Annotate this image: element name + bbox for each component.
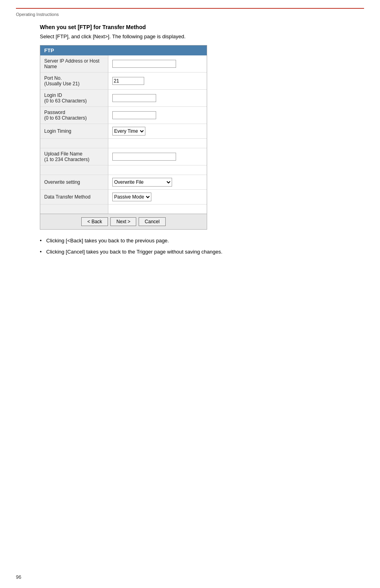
ftp-footer: < Back Next > Cancel [40, 214, 207, 229]
spacer-label-3 [40, 205, 108, 214]
breadcrumb: Operating Instructions [16, 12, 364, 17]
spacer-value-2 [108, 165, 207, 175]
field-label-port: Port No.(Usually Use 21) [40, 73, 108, 90]
field-value-login-timing: Every Time Once [108, 124, 207, 139]
transfer-method-select[interactable]: Passive Mode Active Mode [112, 193, 151, 201]
spacer-row-3 [40, 205, 207, 214]
spacer-label [40, 139, 108, 148]
section-title: When you set [FTP] for Transfer Method [40, 24, 340, 30]
table-row: Port No.(Usually Use 21) [40, 73, 207, 90]
table-row: Overwrite setting Overwrite File Do Not … [40, 175, 207, 190]
spacer-row [40, 139, 207, 148]
field-value-overwrite: Overwrite File Do Not Overwrite [108, 175, 207, 190]
password-input[interactable] [112, 111, 156, 119]
list-item: Clicking [<Back] takes you back to the p… [40, 237, 340, 245]
spacer-label-2 [40, 165, 108, 175]
login-id-input[interactable] [112, 94, 156, 102]
field-value-login-id [108, 90, 207, 107]
table-row: Login Timing Every Time Once [40, 124, 207, 139]
spacer-row-2 [40, 165, 207, 175]
list-item: Clicking [Cancel] takes you back to the … [40, 248, 340, 256]
back-button[interactable]: < Back [81, 217, 108, 226]
field-label-upload-name: Upload File Name(1 to 234 Characters) [40, 148, 108, 165]
field-label-server: Server IP Address or HostName [40, 55, 108, 73]
field-value-transfer-method: Passive Mode Active Mode [108, 190, 207, 205]
field-value-upload-name [108, 148, 207, 165]
table-row: Login ID(0 to 63 Characters) [40, 90, 207, 107]
field-label-login-timing: Login Timing [40, 124, 108, 139]
bullet-list: Clicking [<Back] takes you back to the p… [40, 237, 340, 256]
upload-filename-input[interactable] [112, 153, 176, 161]
field-value-server [108, 55, 207, 73]
table-row: Server IP Address or HostName [40, 55, 207, 73]
field-label-password: Password(0 to 63 Characters) [40, 107, 108, 124]
cancel-button[interactable]: Cancel [139, 217, 165, 226]
server-ip-input[interactable] [112, 60, 176, 68]
ftp-form-table: Server IP Address or HostName Port No.(U… [40, 55, 207, 214]
overwrite-select[interactable]: Overwrite File Do Not Overwrite [112, 178, 172, 187]
table-row: Password(0 to 63 Characters) [40, 107, 207, 124]
table-row: Data Transfer Method Passive Mode Active… [40, 190, 207, 205]
ftp-panel-header: FTP [40, 45, 207, 55]
page-number: 96 [16, 574, 21, 580]
field-value-port [108, 73, 207, 90]
next-button[interactable]: Next > [110, 217, 136, 226]
field-label-overwrite: Overwrite setting [40, 175, 108, 190]
table-row: Upload File Name(1 to 234 Characters) [40, 148, 207, 165]
spacer-value-3 [108, 205, 207, 214]
intro-text: Select [FTP], and click [Next>]. The fol… [40, 33, 340, 39]
spacer-value [108, 139, 207, 148]
field-label-login-id: Login ID(0 to 63 Characters) [40, 90, 108, 107]
login-timing-select[interactable]: Every Time Once [112, 127, 145, 136]
field-label-transfer-method: Data Transfer Method [40, 190, 108, 205]
field-value-password [108, 107, 207, 124]
ftp-panel: FTP Server IP Address or HostName Port N… [40, 45, 207, 230]
port-input[interactable] [112, 77, 144, 85]
